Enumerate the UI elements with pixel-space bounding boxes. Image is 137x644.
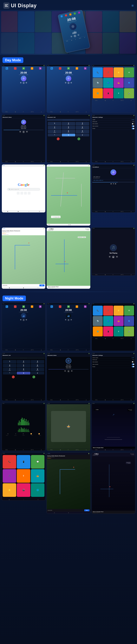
bt-music-header: Bluetooth_Music xyxy=(2,116,45,118)
section-divider-1 xyxy=(0,292,137,292)
day-home2-time: 20:08 xyxy=(48,70,89,74)
night-footer-road: DIAL◀✦APTS▲ xyxy=(92,449,135,451)
bt-music-status: 17:04🔋 xyxy=(2,115,45,116)
night-bt-call-status: 17:04🔋 xyxy=(2,353,45,354)
night-home-screen-1: 1:11🔋 📞 🎵 🗺 ⚙ 📡 20:08 A winding dance of… xyxy=(2,303,46,351)
home2-album-art xyxy=(66,76,71,81)
night-settings-auto-answer: Auto answer xyxy=(92,361,135,363)
day-not-playing: 18:02🔋 🎵 Not Playing ⏮ ▶ ⏭ DIAL◀✦APTS▲ xyxy=(92,228,135,276)
nav-go-btn[interactable]: GO xyxy=(40,284,44,286)
night-auto-connect-toggle[interactable] xyxy=(132,364,134,365)
night-bt-call: 17:04🔋 Bluetooth_Call ────────── 1 2ABC … xyxy=(2,353,46,401)
night-ios-apps: 15:53🔋 📞 📱 💬 🎵 🎙 📻 ⭐ 🎬 🌐 xyxy=(2,452,46,501)
day-home1-time: 20:08 xyxy=(3,70,44,74)
key-8: 8TUV xyxy=(62,130,75,133)
footer-icons-bt-music: DIAL◀✦APTS▲ xyxy=(2,160,45,162)
night-status-bar-1: 1:11🔋 xyxy=(2,303,45,304)
settings-auto-connect: Auto connect xyxy=(92,125,135,128)
social-track-2: • 华韵_轻轻地_91提速.mp3 xyxy=(92,179,134,182)
day-mode-row2: 17:04🔋 Bluetooth_Music Music Title Music… xyxy=(0,114,137,164)
header: UI Display ≡ xyxy=(0,0,137,10)
night-photo-status: 15:08🔋 xyxy=(47,403,90,404)
night-mode-label: Night Mode xyxy=(0,293,137,303)
night-key-2: 2ABC xyxy=(17,360,30,364)
night-bt-music-header: Bluetooth_Music xyxy=(47,354,90,356)
status-bar-1: 1:11🔋 xyxy=(2,65,45,66)
day-mode-row3: 1:54🔋 Google 🔍 Search or type URL xyxy=(0,164,137,228)
night-status-bar-3: 1:11🔋 xyxy=(92,303,135,304)
key-2: 2ABC xyxy=(62,122,75,126)
day-google-screen: 1:54🔋 Google 🔍 Search or type URL xyxy=(2,164,46,212)
night-footer-ios: ◀⌂⊡ xyxy=(2,499,45,500)
auto-answer-toggle[interactable] xyxy=(132,123,134,124)
night-home-screen-2: 1:11🔋 📞 🎵 🗺 ⚙ 📡 20:08 A winding dance of… xyxy=(46,303,90,351)
svg-rect-0 xyxy=(5,4,8,5)
social-music-status: 18:02🔋 xyxy=(92,164,135,166)
key-4: 4GHI xyxy=(48,126,61,130)
footer-icons-social: DIAL◀✦APTS▲ xyxy=(92,210,135,212)
night-footer-bt-music: DIAL◀✦APTS▲ xyxy=(47,399,90,401)
night-nav-turn: → 0.9km Donglue Road 18:16 ETA 9.0 km 📍 … xyxy=(92,452,135,514)
day-bt-call: 17:04🔋 Bluetooth_Call ───────────────── … xyxy=(46,114,90,163)
svg-rect-2 xyxy=(5,6,8,7)
key-3: 3DEF xyxy=(76,122,89,126)
night-bt-call-header: Bluetooth_Call xyxy=(2,354,45,356)
night-key-0: 0 xyxy=(17,372,30,374)
night-key-4: 4GHI xyxy=(3,364,16,368)
settings-auto-answer: Auto answer xyxy=(92,123,135,125)
night-key-5: 5JKL xyxy=(17,364,30,368)
bt-settings-header: Bluetooth_Settings xyxy=(92,116,135,118)
status-bar-2: 1:11🔋 xyxy=(47,65,90,66)
day-bt-settings: 17:04🔋 Bluetooth_Settings CarBT CarBT De… xyxy=(92,114,135,163)
night-nav-go-btn[interactable]: GO xyxy=(84,510,89,511)
home1-album-art xyxy=(21,76,26,81)
night-key-7: 7PQRS xyxy=(3,368,16,372)
night-key-8: 8TUV xyxy=(17,368,30,372)
night-key-star: * xyxy=(3,372,16,374)
key-0: 0 xyxy=(62,134,75,136)
hero-area: 20:08 A winding dance of effect ⏮ ⏸ xyxy=(0,10,137,55)
night-footer-3: DIAL◀✦APTS▲ xyxy=(92,338,135,340)
day-nav-poi: 15:53🔋 Sunny Coffee Modern Restaurant Mo… xyxy=(2,228,46,289)
night-app-icon-grid: 📞 🎵 ⭐ ⚙ 📡 🔵 📻 🔷 🌐 📱 🎙 🔊 xyxy=(92,305,134,337)
footer-icons-3: DIAL◀✦APTS▲ xyxy=(92,100,135,102)
app-icon-grid-1: 📞 🎵 ⭐ ⚙ 📡 🔵 📻 🔷 🌐 📱 🎙 🔊 xyxy=(92,67,134,99)
day-home-screen-2: 1:11🔋 📞 🎵 🗺 ⚙ 📡 20:08 A winding dance of… xyxy=(46,64,90,113)
night-footer-2: DIAL◀✦APTS▲ xyxy=(47,349,90,351)
night-bt-settings-header: Bluetooth_Settings xyxy=(92,354,135,356)
night-footer-bt-call: DIAL◀✦APTS▲ xyxy=(2,399,45,401)
keypad: 1 2ABC 3DEF 4GHI 5JKL 6MNO 7PQRS 8TUV 9W… xyxy=(47,122,90,137)
footer-icons-bt-call: DIAL◀✦APTS▲ xyxy=(47,160,90,162)
night-settings-power: Power xyxy=(92,366,135,368)
night-road-nav: 18:02🔋 ↗ → 0.9km 18:19 ETA 9.0 km xyxy=(92,402,135,451)
key-1: 1 xyxy=(48,122,61,126)
bt-music-art xyxy=(21,120,26,125)
night-mode-row1: 1:11🔋 📞 🎵 🗺 ⚙ 📡 20:08 A winding dance of… xyxy=(0,303,137,353)
night-keypad: 1 2ABC 3DEF 4GHI 5JKL 6MNO 7PQRS 8TUV 9W… xyxy=(2,360,45,375)
key-9: 9WXYZ xyxy=(76,130,89,133)
power-toggle[interactable] xyxy=(132,128,134,129)
night-settings-device-name: Device name CarBT xyxy=(92,357,135,359)
night-auto-answer-toggle[interactable] xyxy=(132,361,134,362)
night-waveform-screen: 1:54🔋 xyxy=(2,402,46,451)
night-bt-settings: 17:04🔋 Bluetooth_Settings Device name Ca… xyxy=(92,353,135,401)
night-mode-title: Night Mode xyxy=(2,296,26,301)
menu-icon[interactable]: ≡ xyxy=(132,4,134,8)
night-app-grid: 1:11🔋 📞 🎵 ⭐ ⚙ 📡 🔵 📻 🔷 🌐 📱 🎙 🔊 xyxy=(92,303,135,351)
day-mode-title: Day Mode xyxy=(2,57,23,63)
night-key-3: 3DEF xyxy=(31,360,44,364)
footer-icons-bt-settings: DIAL◀✦APTS▲ xyxy=(92,160,135,162)
night-ios-status: 15:53🔋 xyxy=(2,453,45,454)
night-bt-settings-status: 17:04🔋 xyxy=(92,353,135,354)
footer-icons-not-playing: DIAL◀✦APTS▲ xyxy=(92,274,135,276)
day-mode-row4: 15:53🔋 Sunny Coffee Modern Restaurant Mo… xyxy=(0,228,137,290)
settings-device-pin: Device pin 0000 xyxy=(92,121,135,123)
bt-music-info: Music Title Music Album Music Artist xyxy=(2,125,45,129)
day-app-grid: 1:11🔋 📞 🎵 ⭐ ⚙ 📡 🔵 📻 🔷 🌐 📱 🎙 🔊 xyxy=(92,64,135,113)
night-nav-poi: 15:53🔋 Sunny Coffee Modern Restaurant Mo… xyxy=(46,452,90,514)
auto-connect-toggle[interactable] xyxy=(132,126,134,127)
day-social-music: 18:02🔋 SocialMusic • 华韵_轻轻地.mp3 华韵_轻轻地.m… xyxy=(92,164,135,212)
key-hash: # xyxy=(76,134,89,136)
night-power-toggle[interactable] xyxy=(132,366,134,367)
footer-icons-1: DIAL◀✦APTS▲ xyxy=(2,111,45,113)
